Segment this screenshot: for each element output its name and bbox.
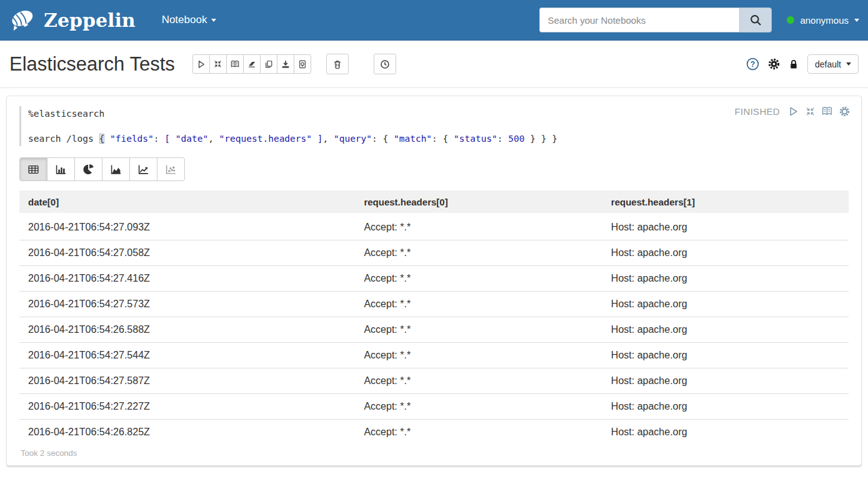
column-header-date[interactable]: date[0] <box>19 190 355 214</box>
cell-date: 2016-04-21T06:54:27.544Z <box>19 342 355 368</box>
cell-request-header-0: Accept: *.* <box>355 240 602 265</box>
cell-request-header-1: Host: apache.org <box>602 240 849 265</box>
user-name: anonymous <box>800 15 849 26</box>
table-row: 2016-04-21T06:54:27.058Z Accept: *.* Hos… <box>19 240 849 265</box>
pie-chart-button[interactable] <box>74 157 102 181</box>
code-editor[interactable]: %elasticsearch search /logs { "fields": … <box>19 106 849 146</box>
clone-note-button[interactable] <box>260 54 277 74</box>
table-row: 2016-04-21T06:54:27.544Z Accept: *.* Hos… <box>19 342 849 368</box>
compress-icon <box>806 107 815 116</box>
help-button[interactable]: ? <box>746 57 759 71</box>
note-header: Elasticsearch Tests <box>0 41 868 88</box>
trash-icon <box>332 59 342 69</box>
area-chart-button[interactable] <box>102 157 130 181</box>
paragraph-card: FINISHED <box>6 96 862 466</box>
cell-date: 2016-04-21T06:54:27.227Z <box>19 393 355 419</box>
cell-date: 2016-04-21T06:54:26.825Z <box>19 419 355 445</box>
gear-icon <box>839 106 850 117</box>
result-table: date[0] request.headers[0] request.heade… <box>19 190 849 445</box>
top-navbar: Zeppelin Notebook anonymous <box>0 0 868 41</box>
compress-icon <box>214 60 222 68</box>
line-chart-button[interactable] <box>129 157 157 181</box>
cell-request-header-0: Accept: *.* <box>355 393 602 419</box>
bar-chart-icon <box>55 164 67 175</box>
execution-time: Took 2 seconds <box>21 448 849 458</box>
notebook-menu[interactable]: Notebook <box>162 14 217 26</box>
search-button[interactable] <box>739 7 772 32</box>
table-row: 2016-04-21T06:54:27.587Z Accept: *.* Hos… <box>19 368 849 393</box>
show-hide-code-button[interactable] <box>226 54 244 74</box>
scheduler-button[interactable] <box>374 54 396 74</box>
run-paragraph-button[interactable] <box>788 106 799 117</box>
cell-request-header-1: Host: apache.org <box>602 317 849 342</box>
note-toolbar <box>192 54 311 74</box>
caret-down-icon <box>854 19 859 22</box>
paragraph-status: FINISHED <box>735 106 780 117</box>
pie-chart-icon <box>83 164 94 175</box>
cell-request-header-1: Host: apache.org <box>602 265 849 291</box>
user-menu[interactable]: anonymous <box>787 15 859 26</box>
version-control-button[interactable] <box>294 54 311 74</box>
svg-text:?: ? <box>751 60 755 69</box>
cell-request-header-0: Accept: *.* <box>355 317 602 342</box>
cell-request-header-1: Host: apache.org <box>602 214 849 240</box>
scatter-chart-button[interactable] <box>157 157 185 181</box>
bar-chart-button[interactable] <box>47 157 75 181</box>
cell-request-header-0: Accept: *.* <box>355 419 602 445</box>
lock-icon <box>789 59 799 70</box>
notebook-search <box>539 7 772 32</box>
cell-date: 2016-04-21T06:54:27.573Z <box>19 291 355 317</box>
play-icon <box>197 60 206 69</box>
collapse-paragraph-button[interactable] <box>806 107 815 116</box>
table-row: 2016-04-21T06:54:26.825Z Accept: *.* Hos… <box>19 419 849 445</box>
user-status-dot <box>787 16 794 24</box>
clock-icon <box>380 59 390 69</box>
delete-note-button[interactable] <box>326 54 349 74</box>
table-row: 2016-04-21T06:54:27.093Z Accept: *.* Hos… <box>19 214 849 240</box>
interpreter-directive: %elasticsearch <box>28 107 849 120</box>
cell-request-header-1: Host: apache.org <box>602 291 849 317</box>
table-row: 2016-04-21T06:54:26.588Z Accept: *.* Hos… <box>19 317 849 342</box>
note-title[interactable]: Elasticsearch Tests <box>9 53 175 76</box>
permissions-button[interactable] <box>789 59 799 70</box>
column-header-request-headers-1[interactable]: request.headers[1] <box>602 190 849 214</box>
cell-date: 2016-04-21T06:54:27.058Z <box>19 240 355 265</box>
paragraph-controls: FINISHED <box>735 106 850 117</box>
zeppelin-home-link[interactable]: Zeppelin <box>9 6 136 34</box>
cell-request-header-0: Accept: *.* <box>355 342 602 368</box>
cell-request-header-1: Host: apache.org <box>602 419 849 445</box>
play-icon <box>788 106 799 117</box>
export-note-button[interactable] <box>277 54 294 74</box>
visualization-toggle-group <box>19 157 849 181</box>
table-row: 2016-04-21T06:54:27.573Z Accept: *.* Hos… <box>19 291 849 317</box>
zeppelin-logo-icon <box>9 6 37 34</box>
cell-request-header-0: Accept: *.* <box>355 214 602 240</box>
brand-title: Zeppelin <box>44 9 136 31</box>
cell-request-header-1: Host: apache.org <box>602 342 849 368</box>
collapse-paragraphs-button[interactable] <box>209 54 227 74</box>
note-settings-button[interactable] <box>768 58 780 70</box>
query-code-line: search /logs { "fields": [ "date", "requ… <box>28 132 849 145</box>
interpreter-binding-button[interactable]: default <box>807 54 859 74</box>
file-code-icon <box>298 60 307 69</box>
eraser-icon <box>247 60 256 69</box>
clone-icon <box>264 60 273 69</box>
result-table-header-row: date[0] request.headers[0] request.heade… <box>19 190 849 214</box>
cell-date: 2016-04-21T06:54:27.587Z <box>19 368 355 393</box>
line-chart-icon <box>137 164 149 175</box>
interpreter-binding-label: default <box>815 59 841 69</box>
result-table-body: 2016-04-21T06:54:27.093Z Accept: *.* Hos… <box>19 214 849 445</box>
run-all-paragraphs-button[interactable] <box>192 54 210 74</box>
notebook-menu-label: Notebook <box>162 14 207 26</box>
area-chart-icon <box>110 164 122 175</box>
clear-output-button[interactable] <box>243 54 261 74</box>
show-editor-button[interactable] <box>822 106 832 117</box>
paragraph-settings-button[interactable] <box>839 106 850 117</box>
table-row: 2016-04-21T06:54:27.227Z Accept: *.* Hos… <box>19 393 849 419</box>
book-icon <box>822 106 832 117</box>
notebook-search-input[interactable] <box>539 7 739 32</box>
table-view-button[interactable] <box>19 157 47 181</box>
column-header-request-headers-0[interactable]: request.headers[0] <box>355 190 602 214</box>
caret-down-icon <box>846 62 851 66</box>
cell-request-header-1: Host: apache.org <box>602 393 849 419</box>
